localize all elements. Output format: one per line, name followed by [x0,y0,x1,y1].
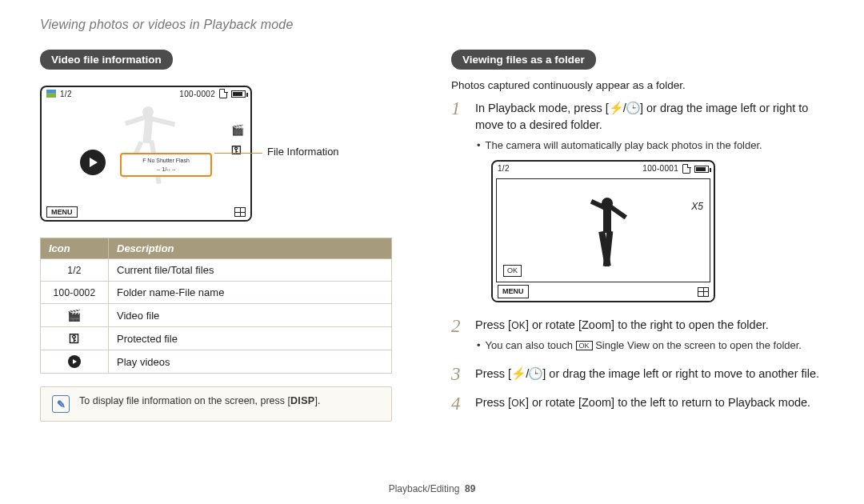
menu-button: MENU [498,285,529,298]
thumbnail-grid-icon [698,287,709,297]
file-info-overlay: F No Shutter Flash -- 1/-- -- [120,153,212,177]
step-number: 4 [451,394,466,413]
folder-file-number: 100-0002 [179,90,215,98]
flash-timer-icon: ⚡/🕒 [609,101,640,114]
zoom-label: Zoom [582,318,611,331]
lcd-figure-video: 1/2 100-0002 🎬 ⚿ [40,86,413,222]
section-title-right: Viewing files as a folder [451,50,596,70]
lcd-figure-folder: 1/2 100-0001 X5 [491,160,715,303]
menu-button: MENU [46,206,78,218]
flash-timer-icon: ⚡/🕒 [511,366,542,380]
play-circle-icon [80,150,106,175]
child-silhouette [571,196,635,276]
disp-button-label: DISP [290,395,314,406]
step-note: The camera will automatically play back … [477,138,824,154]
left-column: Video file information 1/2 100-0002 [40,50,413,424]
file-counter: 1/2 [60,90,72,98]
page-footer: Playback/Editing 89 [0,483,864,494]
stack-count: X5 [691,200,703,214]
battery-icon [231,90,246,98]
play-icon [68,355,81,368]
section-title-left: Video file information [40,50,173,70]
page-title: Viewing photos or videos in Playback mod… [40,18,824,32]
icon-description-table: Icon Description 1/2 Current file/Total … [40,238,392,374]
table-header-icon: Icon [41,238,109,259]
table-row: 100-0002 Folder name-File name [41,282,392,304]
video-file-icon: 🎬 [67,309,81,322]
ok-button: OK [503,265,522,277]
photo-thumb-icon [46,90,56,98]
ok-button-label: OK [511,398,526,409]
battery-icon [694,166,709,173]
dancer-silhouette [98,102,194,198]
ok-touch-icon: OK [576,341,593,350]
protected-key-icon: ⚿ [231,144,244,156]
step-number: 3 [451,365,466,383]
table-row: ⚿ Protected file [41,327,392,350]
step-note: You can also touch OK Single View on the… [477,338,824,354]
folder-intro: Photos captured continuously appear as a… [451,79,824,91]
table-row: 1/2 Current file/Total files [41,259,392,282]
memory-card-icon [219,89,227,98]
thumbnail-grid-icon [234,207,246,217]
table-row: Play videos [41,350,392,374]
ok-button-label: OK [511,320,526,331]
step-number: 1 [451,99,466,118]
folder-file-number: 100-0001 [642,163,678,175]
note-icon: ✎ [52,395,70,413]
protected-key-icon: ⚿ [69,332,80,345]
right-column: Viewing files as a folder Photos capture… [451,50,824,424]
table-row: 🎬 Video file [41,304,392,327]
table-header-description: Description [109,238,392,259]
memory-card-icon [682,164,690,174]
zoom-label: Zoom [582,396,611,409]
callout-file-information: File Information [267,146,339,158]
disp-note: ✎ To display file information on the scr… [40,386,392,422]
file-counter: 1/2 [498,163,510,175]
video-file-icon: 🎬 [231,124,244,136]
step-number: 2 [451,317,466,335]
